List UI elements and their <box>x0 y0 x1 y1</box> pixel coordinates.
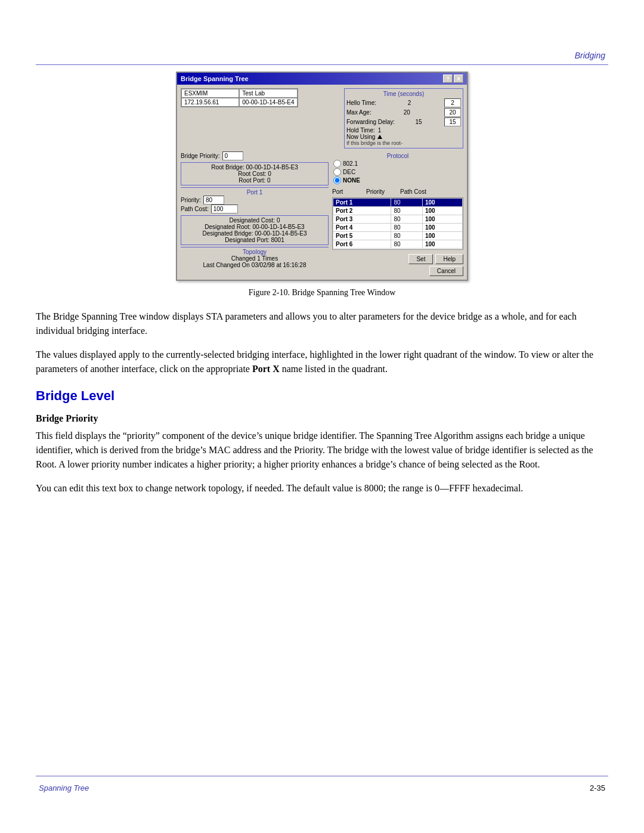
fwd-delay-row: Forwarding Delay: 15 <box>346 117 461 126</box>
table-row[interactable]: Port 5 80 100 <box>333 232 463 240</box>
last-changed: Last Changed On 03/02/98 at 16:16:28 <box>181 262 329 268</box>
port-table-header-row: Port Priority Path Cost <box>332 188 463 196</box>
table-row[interactable]: Port 4 80 100 <box>333 224 463 232</box>
device-info: ESXMIM Test Lab 172.19.56.61 00-00-1D-14… <box>181 88 298 107</box>
port1-priority-label: Priority: <box>181 197 201 203</box>
figure-container: Bridge Spanning Tree ? X ESXMIM Test Lab… <box>36 72 608 298</box>
footer-left: Spanning Tree <box>39 784 89 792</box>
spacer <box>299 88 343 148</box>
port-path-cost: 100 <box>422 232 462 240</box>
hello-time-label: Hello Time: <box>346 100 376 106</box>
radio-8021-row: 802.1 <box>333 160 462 168</box>
fwd-delay-value: 15 <box>416 119 422 125</box>
radio-8021-label: 802.1 <box>343 160 358 167</box>
hold-time-value: 1 <box>378 127 382 134</box>
bridge-spanning-tree-dialog: Bridge Spanning Tree ? X ESXMIM Test Lab… <box>176 72 468 281</box>
hello-time-value: 2 <box>408 100 411 106</box>
port-path-cost: 100 <box>422 224 462 232</box>
device-name: ESXMIM <box>181 89 239 98</box>
port-priority: 80 <box>391 215 423 224</box>
mac: 00-00-1D-14-B5-E4 <box>239 98 297 107</box>
now-using-label: Now Using <box>346 134 375 140</box>
bridge-priority-label: Bridge Priority: <box>181 153 220 159</box>
time-title: Time (seconds) <box>346 91 461 97</box>
port1-priority-row: Priority: <box>181 196 329 205</box>
help-title-btn[interactable]: ? <box>443 75 453 83</box>
designated-section: Designated Cost: 0 Designated Root: 00-0… <box>181 215 329 245</box>
max-age-row: Max Age: 20 <box>346 108 461 117</box>
footer-right: 2-35 <box>590 784 605 792</box>
radio-8021[interactable] <box>333 160 341 168</box>
main-content: Bridge Spanning Tree ? X ESXMIM Test Lab… <box>36 72 608 505</box>
hello-time-input[interactable] <box>444 98 461 107</box>
fwd-delay-label: Forwarding Delay: <box>346 119 395 125</box>
port-table-container[interactable]: Port 1 80 100 Port 2 80 100 Port 3 80 10… <box>332 197 463 250</box>
dialog-title: Bridge Spanning Tree <box>181 75 249 82</box>
radio-none[interactable] <box>333 176 341 184</box>
port1-label: Port 1 <box>181 189 329 196</box>
button-row: Set Help <box>332 254 463 264</box>
titlebar-buttons: ? X <box>443 75 463 83</box>
body-para1: The Bridge Spanning Tree window displays… <box>36 309 608 338</box>
time-section: Time (seconds) Hello Time: 2 Max Age: 20 <box>344 88 463 148</box>
help-button[interactable]: Help <box>435 254 463 264</box>
topology-section: Topology Changed 1 Times Last Changed On… <box>181 247 329 268</box>
close-title-btn[interactable]: X <box>454 75 463 83</box>
max-age-input[interactable] <box>444 108 461 117</box>
port-path-cost: 100 <box>422 240 462 249</box>
table-row[interactable]: Port 6 80 100 <box>333 240 463 249</box>
designated-root: Designated Root: 00-00-1D-14-B5-E3 <box>184 224 326 230</box>
header-rule <box>36 64 608 65</box>
radio-dec-label: DEC <box>343 169 355 175</box>
port1-priority-input[interactable] <box>203 196 224 205</box>
table-row[interactable]: Port 1 80 100 <box>333 199 463 207</box>
root-bridge: Root Bridge: 00-00-1D-14-B5-E3 <box>184 164 326 171</box>
body-para2-bold: Port X <box>252 364 280 374</box>
table-row[interactable]: Port 3 80 100 <box>333 215 463 224</box>
bridge-priority-row: Bridge Priority: <box>181 151 329 160</box>
port1-path-cost-row: Path Cost: <box>181 205 329 213</box>
bridge-level-para2: You can edit this text box to change net… <box>36 481 608 496</box>
hold-time-row: Hold Time: 1 <box>346 127 461 134</box>
body-para2: The values displayed apply to the curren… <box>36 348 608 376</box>
port1-path-cost-input[interactable] <box>211 205 238 213</box>
bridge-level-heading: Bridge Level <box>36 388 608 404</box>
radio-dec[interactable] <box>333 168 341 176</box>
port-col-header: Port <box>332 188 365 195</box>
radio-none-row: NONE <box>333 176 462 184</box>
cancel-button[interactable]: Cancel <box>429 266 463 276</box>
port-priority: 80 <box>391 232 423 240</box>
max-age-value: 20 <box>404 109 410 116</box>
port-table: Port 1 80 100 Port 2 80 100 Port 3 80 10… <box>333 198 463 249</box>
root-port: Root Port: 0 <box>184 177 326 184</box>
now-using-row: Now Using <box>346 134 461 140</box>
arrow-up-icon <box>377 135 382 139</box>
root-cost: Root Cost: 0 <box>184 171 326 177</box>
cancel-row: Cancel <box>332 266 463 276</box>
port1-path-cost-label: Path Cost: <box>181 206 209 212</box>
radio-none-label: NONE <box>343 177 360 184</box>
header-title: Bridging <box>575 51 605 60</box>
root-info-section: Root Bridge: 00-00-1D-14-B5-E3 Root Cost… <box>181 162 329 185</box>
port1-section: Port 1 Priority: Path Cost: Designated C… <box>181 187 329 245</box>
port-path-cost: 100 <box>422 199 462 207</box>
port-name: Port 5 <box>333 232 391 240</box>
port-name: Port 1 <box>333 199 391 207</box>
port-name: Port 4 <box>333 224 391 232</box>
hello-time-row: Hello Time: 2 <box>346 98 461 107</box>
protocol-title: Protocol <box>333 153 462 159</box>
hold-time-label: Hold Time: <box>346 127 375 134</box>
table-row[interactable]: Port 2 80 100 <box>333 207 463 215</box>
changed-times: Changed 1 Times <box>181 255 329 262</box>
right-section: Protocol 802.1 DEC NONE <box>332 151 463 276</box>
if-root-text: If this bridge is the root- <box>346 140 461 146</box>
fwd-delay-input[interactable] <box>444 117 461 126</box>
bridge-priority-input[interactable] <box>222 151 243 160</box>
info-grid: ESXMIM Test Lab 172.19.56.61 00-00-1D-14… <box>181 88 463 148</box>
dialog-body: ESXMIM Test Lab 172.19.56.61 00-00-1D-14… <box>177 85 467 280</box>
figure-caption: Figure 2-10. Bridge Spanning Tree Window <box>249 288 396 298</box>
set-button[interactable]: Set <box>408 254 433 264</box>
port-name: Port 3 <box>333 215 391 224</box>
designated-cost: Designated Cost: 0 <box>184 217 326 224</box>
left-info: ESXMIM Test Lab 172.19.56.61 00-00-1D-14… <box>181 88 298 148</box>
